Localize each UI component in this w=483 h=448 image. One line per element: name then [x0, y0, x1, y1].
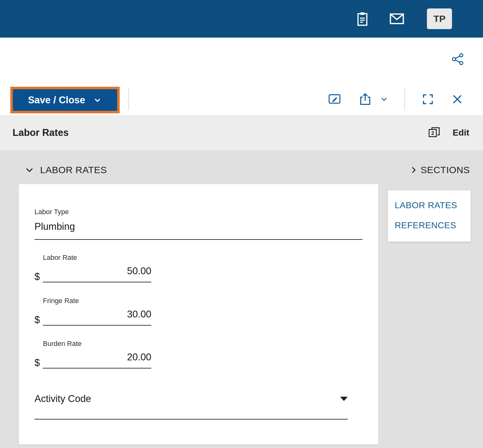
labor-rates-card: Labor Type Plumbing Labor Rate $ 50.00 F…: [19, 184, 378, 445]
clipboard-icon[interactable]: [354, 11, 371, 27]
sections-panel: LABOR RATES REFERENCES: [388, 190, 471, 242]
sections-panel-item-labor-rates[interactable]: LABOR RATES: [388, 195, 471, 215]
chevron-down-icon: [93, 95, 102, 105]
export-icon[interactable]: [358, 92, 372, 106]
collapse-chevron-icon: [24, 165, 34, 175]
burden-rate-currency: $: [34, 357, 43, 368]
toolbar-right: [327, 83, 465, 115]
section-header-row: LABOR RATES SECTIONS: [0, 165, 483, 178]
title-bar: Labor Rates 2 Edit: [0, 115, 483, 150]
subheader: [0, 38, 483, 83]
share-icon[interactable]: [450, 52, 465, 66]
burden-rate-label: Burden Rate: [43, 340, 151, 348]
burden-rate-field: Burden Rate $ 20.00: [34, 340, 151, 368]
main-content: LABOR RATES SECTIONS Labor Type Plumbing…: [0, 150, 483, 448]
labor-rate-currency: $: [34, 271, 43, 282]
window-copy-badge: 2: [431, 130, 434, 136]
save-close-button[interactable]: Save / Close: [13, 89, 117, 111]
labor-type-value[interactable]: Plumbing: [34, 221, 362, 240]
burden-rate-value[interactable]: 20.00: [43, 352, 151, 368]
title-bar-actions: 2 Edit: [428, 126, 469, 139]
window-copy-icon[interactable]: 2: [428, 126, 441, 139]
close-icon[interactable]: [450, 92, 465, 106]
labor-type-label: Labor Type: [34, 208, 69, 216]
labor-rate-field: Labor Rate $ 50.00: [34, 254, 151, 282]
toolbar: Save / Close: [0, 83, 483, 115]
annotate-icon[interactable]: [327, 92, 342, 106]
chevron-right-icon: [409, 165, 418, 175]
sections-label: SECTIONS: [421, 165, 470, 175]
dropdown-caret-icon: [340, 397, 348, 401]
sections-toggle[interactable]: SECTIONS: [409, 165, 470, 175]
toolbar-right-divider: [404, 88, 405, 111]
sections-panel-item-references[interactable]: REFERENCES: [388, 215, 471, 235]
section-title: LABOR RATES: [40, 165, 107, 175]
labor-rates-section-toggle[interactable]: LABOR RATES: [24, 165, 107, 175]
labor-rate-value[interactable]: 50.00: [43, 265, 151, 282]
activity-code-dropdown[interactable]: Activity Code: [34, 393, 348, 420]
labor-type-field: Labor Type Plumbing: [34, 208, 362, 240]
edit-button[interactable]: Edit: [453, 128, 469, 138]
activity-code-label: Activity Code: [34, 393, 91, 404]
labor-rate-label: Labor Rate: [43, 254, 151, 262]
save-close-label: Save / Close: [28, 95, 85, 106]
top-navbar: TP: [0, 0, 483, 38]
page-title: Labor Rates: [13, 127, 69, 138]
fringe-rate-label: Fringe Rate: [43, 297, 151, 305]
activity-code-underline: [34, 419, 348, 420]
fullscreen-icon[interactable]: [421, 92, 435, 106]
fringe-rate-currency: $: [34, 314, 43, 326]
save-close-highlight: Save / Close: [10, 87, 120, 113]
export-chevron-icon[interactable]: [379, 95, 389, 104]
toolbar-divider: [128, 87, 129, 111]
fringe-rate-field: Fringe Rate $ 30.00: [34, 297, 151, 326]
fringe-rate-value[interactable]: 30.00: [43, 309, 151, 326]
avatar[interactable]: TP: [427, 8, 452, 29]
mail-icon[interactable]: [389, 11, 405, 27]
